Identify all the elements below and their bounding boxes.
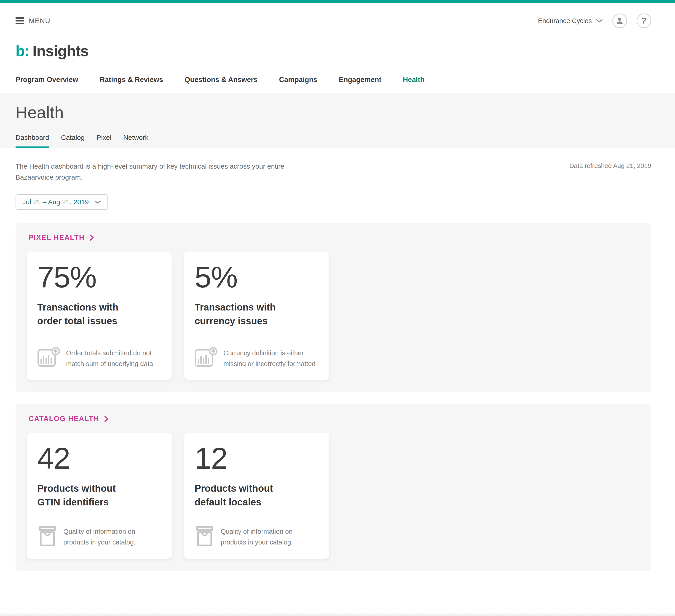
page-header-band: Health Dashboard Catalog Pixel Network — [0, 93, 675, 148]
nav-item-program-overview[interactable]: Program Overview — [15, 76, 78, 84]
account-name: Endurance Cycles — [538, 17, 592, 25]
catalog-health-title: CATALOG HEALTH — [28, 415, 99, 423]
help-button[interactable]: ? — [636, 13, 651, 28]
page-description-line1: The Health dashboard is a high-level sum… — [15, 161, 285, 172]
menu-label: MENU — [29, 17, 50, 25]
app-logo: b:Insights — [15, 42, 651, 60]
metric-value: 42 — [37, 443, 161, 474]
page-bottom-edge — [0, 612, 675, 616]
nav-item-ratings-reviews[interactable]: Ratings & Reviews — [100, 76, 163, 84]
tab-dashboard[interactable]: Dashboard — [15, 134, 49, 148]
primary-nav: Program Overview Ratings & Reviews Quest… — [15, 76, 651, 93]
tab-pixel[interactable]: Pixel — [96, 134, 111, 148]
page-description-line2: Bazaarvoice program. — [15, 172, 285, 183]
storage-box-icon — [37, 525, 57, 548]
metric-card-currency-issues[interactable]: 5% Transactions with currency issues — [184, 252, 329, 380]
nav-item-health[interactable]: Health — [403, 76, 425, 84]
metric-value: 5% — [195, 261, 319, 293]
account-switcher[interactable]: Endurance Cycles — [538, 17, 603, 25]
storage-box-icon — [195, 525, 215, 548]
data-refreshed-label: Data refreshed Aug 21, 2019 — [569, 162, 651, 183]
date-range-dropdown[interactable]: Jul 21 – Aug 21, 2019 — [15, 194, 108, 210]
header: MENU Endurance Cycles ? b:Insights P — [0, 3, 675, 93]
metric-title: Transactions with currency issues — [195, 300, 288, 328]
metric-value: 75% — [37, 261, 161, 293]
metric-card-products-without-gtin[interactable]: 42 Products without GTIN identifiers Qua… — [27, 433, 172, 559]
chevron-right-icon — [89, 234, 94, 241]
pixel-health-title: PIXEL HEALTH — [28, 234, 85, 242]
pixel-health-link[interactable]: PIXEL HEALTH — [28, 234, 639, 242]
metric-title: Transactions with order total issues — [37, 300, 131, 328]
question-mark-icon: ? — [642, 17, 647, 25]
nav-item-questions-answers[interactable]: Questions & Answers — [184, 76, 257, 84]
nav-item-campaigns[interactable]: Campaigns — [279, 76, 317, 84]
chevron-down-icon — [95, 200, 101, 204]
metric-caption: Order totals submitted do not match sum … — [66, 348, 161, 369]
metric-title: Products without default locales — [195, 481, 288, 510]
logo-product-name: Insights — [32, 42, 88, 60]
tab-catalog[interactable]: Catalog — [61, 134, 85, 148]
catalog-health-link[interactable]: CATALOG HEALTH — [28, 415, 639, 423]
main-content: The Health dashboard is a high-level sum… — [0, 161, 675, 571]
user-menu-button[interactable] — [612, 13, 627, 28]
nav-item-engagement[interactable]: Engagement — [339, 76, 381, 84]
chevron-down-icon — [596, 19, 603, 23]
metric-card-products-without-default-locales[interactable]: 12 Products without default locales Qual… — [184, 433, 329, 559]
tab-network[interactable]: Network — [123, 134, 148, 148]
page-title: Health — [15, 103, 651, 122]
bar-chart-upload-icon — [37, 347, 60, 368]
hamburger-icon — [15, 17, 24, 24]
pixel-health-section: PIXEL HEALTH 75% Transactions with order… — [15, 223, 651, 392]
metric-caption: Quality of information on products in yo… — [63, 526, 159, 548]
catalog-health-section: CATALOG HEALTH 42 Products without GTIN … — [15, 404, 651, 571]
metric-caption: Currency definition is either missing or… — [223, 348, 319, 369]
chevron-right-icon — [104, 415, 109, 422]
brand-top-bar — [0, 0, 675, 3]
metric-value: 12 — [195, 443, 319, 474]
logo-b-mark: b: — [15, 42, 29, 60]
menu-button[interactable]: MENU — [15, 17, 50, 25]
bar-chart-upload-icon — [195, 347, 217, 368]
page-description: The Health dashboard is a high-level sum… — [15, 161, 285, 183]
metric-card-order-total-issues[interactable]: 75% Transactions with order total issues — [27, 252, 172, 380]
date-range-value: Jul 21 – Aug 21, 2019 — [22, 198, 89, 206]
health-subtabs: Dashboard Catalog Pixel Network — [15, 134, 651, 148]
metric-caption: Quality of information on products in yo… — [221, 526, 317, 548]
user-avatar-icon — [615, 16, 624, 25]
metric-title: Products without GTIN identifiers — [37, 481, 131, 510]
